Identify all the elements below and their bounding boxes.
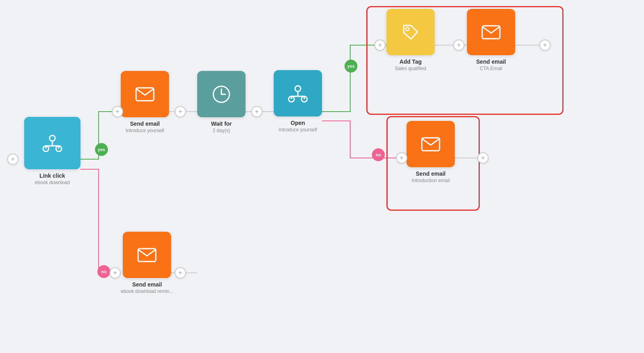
add-button-after-cta[interactable]: + <box>539 39 551 51</box>
node-open-subtitle: Introduce yourself <box>279 127 317 133</box>
node-send-email-cta-title: Send email <box>476 58 506 65</box>
add-button-start[interactable]: + <box>7 154 19 165</box>
node-send-email-cta-subtitle: CTA Email <box>476 66 506 71</box>
branch-icon <box>42 133 63 154</box>
node-link-click: Link click ebook download <box>24 117 80 185</box>
svg-point-26 <box>406 27 409 31</box>
svg-rect-27 <box>482 26 500 39</box>
badge-no-ebook: no <box>97 265 110 278</box>
node-send-email-1-subtitle: Introduce yourself <box>126 128 164 133</box>
badge-no-open: no <box>372 148 385 161</box>
svg-point-6 <box>50 135 55 141</box>
svg-rect-29 <box>138 249 156 262</box>
node-open-card[interactable] <box>274 70 322 116</box>
node-wait-for-card[interactable] <box>197 71 246 117</box>
svg-rect-28 <box>422 138 440 151</box>
node-link-click-title: Link click <box>35 172 70 179</box>
node-open-title: Open <box>279 120 317 126</box>
email-cta-icon <box>481 25 501 39</box>
node-send-email-1-title: Send email <box>126 120 164 127</box>
node-link-click-card[interactable] <box>24 117 80 169</box>
node-send-email-ebook-title: Send email <box>121 281 173 288</box>
add-button-after-intro[interactable]: + <box>477 152 489 164</box>
node-add-tag-card[interactable] <box>386 9 435 55</box>
node-send-email-cta-card[interactable] <box>467 9 515 55</box>
add-button-after-wait[interactable]: + <box>251 106 262 117</box>
node-open: Open Introduce yourself <box>274 70 322 133</box>
connector-lines <box>0 0 644 353</box>
email-icon <box>135 87 155 102</box>
badge-yes-top: yes <box>95 143 108 156</box>
node-send-email-intro-subtitle: Introduction email <box>412 178 450 183</box>
tag-icon <box>401 23 420 42</box>
node-wait-for-subtitle: 2 day(s) <box>211 128 232 133</box>
node-wait-for-title: Wait for <box>211 120 232 127</box>
node-send-email-ebook-card[interactable] <box>123 232 171 278</box>
clock-icon <box>212 85 231 104</box>
open-branch-icon <box>287 83 308 104</box>
add-button-before-add-tag[interactable]: + <box>374 39 386 51</box>
add-button-before-send1[interactable]: + <box>112 106 123 117</box>
workflow-canvas: + Link click ebook download yes + <box>0 0 644 353</box>
svg-rect-14 <box>136 88 154 101</box>
node-send-email-intro-card[interactable] <box>407 121 455 167</box>
badge-yes-open: yes <box>345 60 357 73</box>
node-send-email-1: Send email Introduce yourself <box>121 71 169 133</box>
node-add-tag-title: Add Tag <box>395 58 426 65</box>
email-ebook-icon <box>137 248 157 262</box>
node-send-email-intro: Send email Introduction email <box>407 121 455 183</box>
add-button-after-send1[interactable]: + <box>175 106 186 117</box>
node-wait-for: Wait for 2 day(s) <box>197 71 246 133</box>
node-send-email-intro-title: Send email <box>412 170 450 177</box>
node-send-email-ebook: Send email ebook download remin... <box>121 232 173 294</box>
node-add-tag-subtitle: Sales qualified <box>395 66 426 71</box>
add-button-after-ebook[interactable]: + <box>175 267 186 278</box>
add-button-before-ebook[interactable]: + <box>109 267 121 278</box>
node-send-email-cta: Send email CTA Email <box>467 9 515 71</box>
node-send-email-1-card[interactable] <box>121 71 169 117</box>
node-add-tag: Add Tag Sales qualified <box>386 9 435 71</box>
node-link-click-subtitle: ebook download <box>35 180 70 185</box>
email-intro-icon <box>421 137 440 152</box>
svg-point-18 <box>295 86 301 91</box>
node-send-email-ebook-subtitle: ebook download remin... <box>121 289 173 294</box>
add-button-before-intro[interactable]: + <box>396 152 407 164</box>
add-button-between-tag-cta[interactable]: + <box>453 39 464 51</box>
